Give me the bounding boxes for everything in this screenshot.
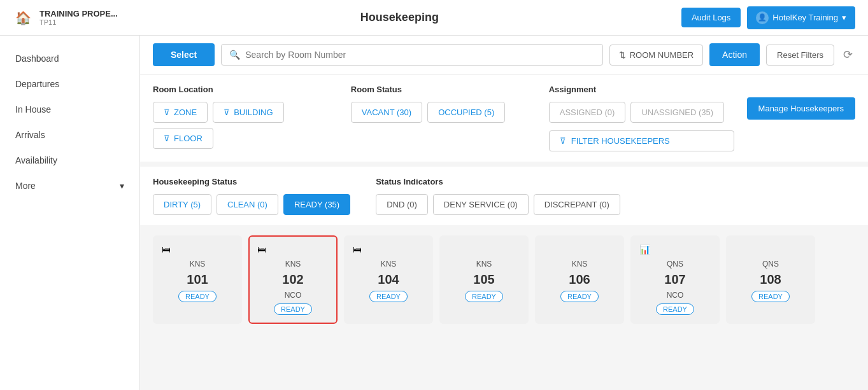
room-status-group: Room Status VACANT (30) OCCUPIED (5)	[351, 85, 536, 123]
dirty-status-button[interactable]: DIRTY (5)	[153, 194, 211, 215]
room-zone: KNS	[190, 260, 206, 268]
room-card-104[interactable]: 🛏 KNS 104 READY	[344, 235, 433, 324]
assigned-filter-button[interactable]: ASSIGNED (0)	[549, 102, 626, 123]
room-card-top	[544, 244, 615, 256]
property-name: TRAINING PROPE...	[39, 9, 118, 18]
manage-housekeepers-button[interactable]: Manage Housekeepers	[747, 97, 855, 120]
room-card-102[interactable]: 🛏 KNS 102 NCO READY	[248, 235, 338, 324]
property-code: TP11	[39, 18, 118, 26]
room-card-106[interactable]: KNS 106 READY	[535, 235, 624, 324]
room-status-title: Room Status	[351, 85, 536, 94]
room-zone: QNS	[667, 260, 683, 268]
rooms-section: 🛏 KNS 101 READY 🛏 KNS 102 NCO READY 🛏 KN…	[140, 225, 868, 334]
search-input[interactable]	[245, 50, 594, 60]
room-location-buttons: ⊽ ZONE ⊽ BUILDING ⊽ FLOOR	[153, 102, 338, 149]
status-indicators-buttons: DND (0) DENY SERVICE (0) DISCREPANT (0)	[376, 194, 620, 215]
floor-filter-button[interactable]: ⊽ FLOOR	[153, 128, 213, 149]
room-zone: QNS	[762, 260, 779, 268]
search-box: 🔍	[221, 44, 602, 66]
sort-label: ROOM NUMBER	[630, 50, 694, 60]
room-card-top: 🛏	[162, 244, 233, 256]
room-number: 101	[187, 272, 208, 287]
room-card-top	[735, 244, 806, 256]
home-icon[interactable]: 🏠	[13, 8, 33, 28]
ready-status-button[interactable]: READY (35)	[283, 194, 350, 215]
filter-icon: ⊽	[164, 134, 170, 143]
user-name: HotelKey Training	[772, 13, 838, 22]
filter-housekeepers-button[interactable]: ⊽ FILTER HOUSEKEEPERS	[549, 130, 734, 151]
header-right: Audit Logs 👤 HotelKey Training ▾	[681, 6, 855, 29]
room-type: NCO	[285, 291, 302, 300]
room-card-108[interactable]: QNS 108 READY	[726, 235, 815, 324]
status-section: Housekeeping Status DIRTY (5) CLEAN (0) …	[140, 167, 868, 225]
manage-housekeepers-container: Manage Housekeepers	[747, 85, 855, 120]
sidebar-item-availability[interactable]: Availability	[0, 148, 139, 173]
refresh-button[interactable]: ⟳	[841, 45, 855, 64]
property-info: TRAINING PROPE... TP11	[39, 9, 118, 26]
room-number: 102	[282, 272, 303, 287]
room-type: NCO	[667, 291, 684, 300]
audit-logs-button[interactable]: Audit Logs	[681, 8, 741, 27]
unassigned-filter-button[interactable]: UNASSIGNED (35)	[630, 102, 724, 123]
bar-chart-icon: 📊	[639, 244, 650, 256]
room-card-107[interactable]: 📊 QNS 107 NCO READY	[630, 235, 720, 324]
rooms-grid: 🛏 KNS 101 READY 🛏 KNS 102 NCO READY 🛏 KN…	[153, 235, 855, 324]
room-zone: KNS	[285, 260, 301, 268]
bed-icon: 🛏	[257, 244, 266, 256]
status-indicators-group: Status Indicators DND (0) DENY SERVICE (…	[376, 177, 620, 215]
housekeeping-status-buttons: DIRTY (5) CLEAN (0) READY (35)	[153, 194, 350, 215]
discrepant-indicator-button[interactable]: DISCREPANT (0)	[534, 194, 620, 215]
room-number: 105	[473, 272, 494, 287]
action-button[interactable]: Action	[709, 43, 760, 66]
status-indicators-title: Status Indicators	[376, 177, 620, 186]
dnd-indicator-button[interactable]: DND (0)	[376, 194, 428, 215]
sidebar-item-label: In House	[15, 104, 51, 115]
bed-icon: 🛏	[162, 244, 171, 256]
room-location-group: Room Location ⊽ ZONE ⊽ BUILDING ⊽ FLOOR	[153, 85, 338, 149]
header-left: 🏠 TRAINING PROPE... TP11	[13, 8, 118, 28]
occupied-filter-button[interactable]: OCCUPIED (5)	[427, 102, 505, 123]
user-menu-button[interactable]: 👤 HotelKey Training ▾	[747, 6, 855, 29]
room-badge: READY	[465, 291, 503, 302]
room-badge: READY	[560, 291, 599, 302]
sidebar-item-label: Arrivals	[15, 130, 45, 140]
room-card-top: 🛏	[257, 244, 329, 256]
filter-housekeepers-label: FILTER HOUSEKEEPERS	[571, 136, 670, 146]
room-number: 104	[378, 272, 399, 287]
sidebar-item-arrivals[interactable]: Arrivals	[0, 122, 139, 148]
search-icon: 🔍	[229, 50, 240, 60]
room-badge: READY	[369, 291, 408, 302]
room-number: 107	[664, 272, 685, 287]
zone-label: ZONE	[174, 108, 197, 117]
room-card-101[interactable]: 🛏 KNS 101 READY	[153, 235, 242, 324]
sidebar-item-label: More	[15, 181, 36, 191]
filter-section: Room Location ⊽ ZONE ⊽ BUILDING ⊽ FLOOR	[140, 74, 868, 162]
filter-icon: ⊽	[224, 108, 230, 117]
header: 🏠 TRAINING PROPE... TP11 Housekeeping Au…	[0, 0, 868, 36]
building-filter-button[interactable]: ⊽ BUILDING	[213, 102, 283, 123]
filter-icon: ⊽	[164, 108, 170, 117]
sort-button[interactable]: ⇅ ROOM NUMBER	[609, 45, 703, 66]
sidebar-item-dashboard[interactable]: Dashboard	[0, 46, 139, 71]
room-zone: KNS	[476, 260, 492, 268]
room-badge: READY	[178, 291, 217, 302]
room-badge: READY	[656, 303, 694, 315]
room-zone: KNS	[572, 260, 588, 268]
room-location-title: Room Location	[153, 85, 338, 94]
vacant-filter-button[interactable]: VACANT (30)	[351, 102, 422, 123]
deny-service-indicator-button[interactable]: DENY SERVICE (0)	[433, 194, 529, 215]
zone-filter-button[interactable]: ⊽ ZONE	[153, 102, 208, 123]
housekeeping-status-title: Housekeeping Status	[153, 177, 350, 186]
sidebar-item-in-house[interactable]: In House	[0, 97, 139, 122]
building-label: BUILDING	[234, 108, 273, 117]
bed-icon: 🛏	[353, 244, 362, 256]
clean-status-button[interactable]: CLEAN (0)	[217, 194, 278, 215]
reset-filters-button[interactable]: Reset Filters	[766, 45, 834, 66]
sort-icon: ⇅	[619, 50, 626, 60]
select-button[interactable]: Select	[153, 43, 215, 66]
sidebar-item-more[interactable]: More ▾	[0, 173, 139, 198]
housekeeping-status-group: Housekeeping Status DIRTY (5) CLEAN (0) …	[153, 177, 350, 215]
room-card-105[interactable]: KNS 105 READY	[439, 235, 529, 324]
sidebar-item-departures[interactable]: Departures	[0, 71, 139, 97]
room-card-top: 🛏	[353, 244, 424, 256]
